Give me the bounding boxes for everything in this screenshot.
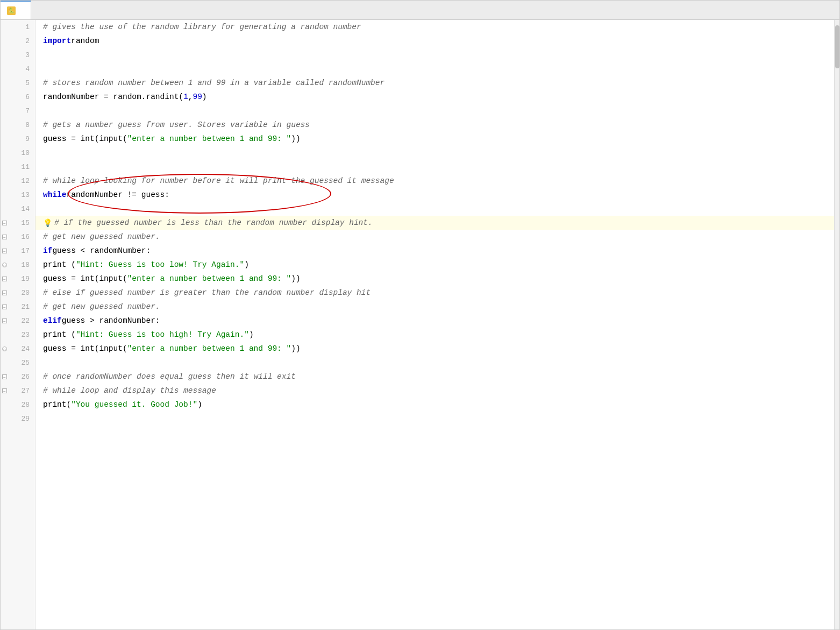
line-number-text: 29 (21, 415, 30, 423)
token-plain: random (71, 37, 99, 45)
line-number-7: 7 (1, 104, 35, 118)
line-number-9: 9 (1, 132, 35, 146)
code-line-14 (35, 202, 834, 216)
line-number-text: 4 (25, 65, 30, 73)
token-st: "enter a number between 1 and 99: " (127, 344, 291, 353)
scrollbar-thumb[interactable] (835, 25, 839, 68)
line-number-text: 28 (21, 401, 30, 409)
token-plain: )) (291, 274, 300, 283)
line-number-29: 29 (1, 412, 35, 426)
code-line-1: # gives the use of the random library fo… (35, 20, 834, 34)
line-number-14: 14 (1, 202, 35, 216)
token-plain: print( (43, 400, 71, 409)
fold-minus-icon[interactable]: − (2, 303, 9, 310)
code-line-16: # get new guessed number. (35, 230, 834, 244)
code-line-12: # while loop looking for number before i… (35, 174, 834, 188)
fold-minus-icon[interactable]: − (2, 247, 9, 254)
token-cm: # get new guessed number. (43, 302, 160, 311)
token-plain: randomNumber != guess: (67, 190, 169, 199)
line-number-22: −22 (1, 314, 35, 328)
token-cm: # gets a number guess from user. Stores … (43, 121, 310, 129)
code-line-22: elif guess > randomNumber: (35, 314, 834, 328)
token-plain: print ( (43, 260, 76, 269)
code-line-8: # gets a number guess from user. Stores … (35, 118, 834, 132)
line-number-text: 20 (21, 289, 30, 297)
code-content[interactable]: # gives the use of the random library fo… (35, 20, 834, 629)
python-file-icon: 🐍 (7, 6, 16, 15)
token-st: "enter a number between 1 and 99: " (127, 274, 291, 283)
token-st: "You guessed it. Good Job!" (71, 400, 197, 409)
line-number-18: ○18 (1, 258, 35, 272)
code-line-7 (35, 104, 834, 118)
line-numbers: 1234567891011121314−15−16−17○18−19−20−21… (1, 20, 35, 629)
token-plain: ) (202, 93, 207, 101)
code-line-18: print ("Hint: Guess is too low! Try Agai… (35, 258, 834, 272)
code-area: 1234567891011121314−15−16−17○18−19−20−21… (1, 20, 839, 629)
code-line-25 (35, 356, 834, 370)
token-cm: # once randomNumber does equal guess the… (43, 372, 296, 381)
token-cm: # while loop and display this message (43, 386, 216, 395)
line-number-text: 21 (21, 303, 30, 311)
line-number-19: −19 (1, 272, 35, 286)
token-plain: ) (197, 400, 202, 409)
line-number-text: 3 (25, 51, 30, 59)
token-st: "enter a number between 1 and 99: " (127, 135, 291, 143)
token-cm: # stores random number between 1 and 99 … (43, 79, 385, 87)
line-number-text: 7 (25, 107, 30, 115)
token-plain: )) (291, 135, 300, 143)
line-number-27: −27 (1, 384, 35, 398)
line-number-text: 9 (25, 135, 30, 143)
line-number-3: 3 (1, 48, 35, 62)
line-number-text: 2 (25, 37, 30, 45)
fold-minus-icon[interactable]: − (2, 275, 9, 282)
line-number-21: −21 (1, 300, 35, 314)
code-line-2: import random (35, 34, 834, 48)
line-number-text: 5 (25, 79, 30, 87)
editor-window: 🐍 1234567891011121314−15−16−17○18−19−20−… (0, 0, 840, 630)
line-number-text: 23 (21, 331, 30, 339)
fold-circle-icon[interactable]: ○ (2, 261, 9, 268)
code-line-15: 💡# if the guessed number is less than th… (35, 216, 834, 230)
token-plain: guess > randomNumber: (62, 316, 160, 325)
token-plain: )) (291, 344, 300, 353)
fold-circle-icon[interactable]: ○ (2, 345, 9, 352)
line-number-16: −16 (1, 230, 35, 244)
lightbulb-icon[interactable]: 💡 (43, 218, 52, 228)
fold-minus-icon[interactable]: − (2, 233, 9, 240)
vertical-scrollbar[interactable] (834, 20, 839, 629)
token-kw: if (43, 246, 52, 255)
line-number-text: 8 (25, 121, 30, 129)
line-number-24: ○24 (1, 342, 35, 356)
line-number-text: 11 (21, 163, 30, 171)
token-num: 1 (183, 93, 188, 101)
code-line-24: guess = int(input("enter a number betwee… (35, 342, 834, 356)
main-py-tab[interactable]: 🐍 (1, 1, 31, 19)
line-number-text: 16 (21, 233, 30, 241)
line-number-text: 25 (21, 359, 30, 367)
fold-minus-icon[interactable]: − (2, 317, 9, 324)
fold-minus-icon[interactable]: − (2, 219, 9, 226)
line-number-text: 19 (21, 275, 30, 283)
token-cm: # gives the use of the random library fo… (43, 23, 361, 31)
line-number-17: −17 (1, 244, 35, 258)
line-number-26: −26 (1, 370, 35, 384)
token-kw: import (43, 37, 71, 45)
code-line-28: print("You guessed it. Good Job!") (35, 398, 834, 412)
line-number-text: 12 (21, 177, 30, 185)
fold-minus-icon[interactable]: − (2, 387, 9, 394)
code-line-27: # while loop and display this message (35, 384, 834, 398)
fold-minus-icon[interactable]: − (2, 289, 9, 296)
line-number-6: 6 (1, 90, 35, 104)
fold-minus-icon[interactable]: − (2, 373, 9, 380)
token-num: 99 (193, 93, 202, 101)
code-line-19: guess = int(input("enter a number betwee… (35, 272, 834, 286)
line-number-text: 17 (21, 247, 30, 255)
line-number-text: 18 (21, 261, 30, 269)
line-number-20: −20 (1, 286, 35, 300)
line-number-23: 23 (1, 328, 35, 342)
line-number-28: 28 (1, 398, 35, 412)
line-number-text: 26 (21, 373, 30, 381)
line-number-text: 27 (21, 387, 30, 395)
line-number-4: 4 (1, 62, 35, 76)
token-plain: guess = int(input( (43, 344, 127, 353)
